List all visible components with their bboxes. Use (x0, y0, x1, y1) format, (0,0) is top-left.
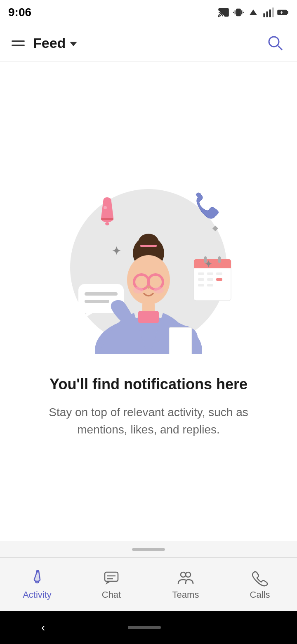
status-time: 9:06 (8, 6, 31, 19)
svg-point-53 (186, 572, 191, 577)
chevron-down-icon (70, 42, 77, 46)
svg-marker-2 (250, 9, 257, 15)
activity-nav-label: Activity (23, 590, 52, 600)
svg-rect-4 (266, 12, 268, 17)
hamburger-menu-icon[interactable] (12, 40, 25, 46)
svg-rect-29 (207, 284, 213, 286)
svg-line-11 (278, 46, 282, 50)
svg-rect-28 (198, 284, 204, 286)
svg-rect-18 (85, 300, 109, 303)
svg-rect-8 (287, 11, 288, 14)
notification-subtext: Stay on top of relevant activity, such a… (41, 404, 256, 438)
svg-rect-31 (218, 256, 221, 263)
main-content: ✦ ✦ ◆ You'll find notifications here Sta… (0, 62, 297, 541)
header-left: Feed (12, 35, 77, 51)
illustration: ✦ ✦ ◆ (58, 173, 239, 354)
teams-icon (177, 569, 195, 587)
svg-point-48 (36, 570, 38, 572)
teams-nav-label: Teams (172, 590, 199, 600)
svg-rect-49 (105, 572, 118, 581)
svg-point-15 (104, 206, 107, 209)
svg-rect-5 (269, 9, 271, 17)
nav-item-chat[interactable]: Chat (87, 569, 136, 600)
svg-rect-24 (216, 272, 222, 275)
svg-rect-25 (198, 278, 204, 281)
svg-text:✦: ✦ (204, 258, 213, 270)
svg-point-52 (181, 572, 186, 577)
cast-icon (218, 7, 229, 18)
calls-nav-label: Calls (250, 590, 270, 600)
nav-item-activity[interactable]: Activity (12, 569, 62, 600)
page-title: Feed (33, 35, 66, 51)
notification-heading: You'll find notifications here (50, 375, 248, 394)
status-right-icons (218, 7, 289, 18)
search-icon (266, 33, 284, 52)
wifi-icon (248, 7, 259, 18)
android-back-button[interactable]: ‹ (41, 621, 45, 634)
activity-bell-icon (28, 569, 46, 587)
svg-rect-44 (169, 327, 192, 354)
svg-rect-26 (207, 278, 213, 281)
android-navigation-bar: ‹ (0, 611, 297, 644)
svg-rect-27 (216, 278, 222, 281)
chat-nav-label: Chat (102, 590, 121, 600)
svg-rect-1 (236, 9, 240, 16)
search-button[interactable] (264, 32, 285, 54)
svg-rect-23 (207, 272, 213, 275)
bottom-sheet-handle (132, 548, 165, 551)
calls-icon (251, 569, 269, 587)
svg-rect-13 (105, 222, 109, 225)
vibrate-icon (233, 7, 244, 18)
chat-icon (102, 569, 120, 587)
svg-point-39 (133, 287, 143, 294)
svg-point-40 (154, 287, 164, 294)
svg-rect-22 (198, 272, 204, 275)
status-bar: 9:06 (0, 0, 297, 25)
svg-rect-3 (263, 13, 265, 17)
battery-icon (277, 7, 289, 18)
svg-rect-43 (138, 311, 159, 323)
svg-rect-6 (272, 7, 274, 17)
svg-point-10 (269, 37, 279, 47)
svg-point-0 (218, 16, 219, 17)
svg-rect-17 (85, 292, 118, 296)
svg-text:◆: ◆ (212, 224, 218, 232)
header: Feed (0, 25, 297, 62)
bottom-handle-area (0, 541, 297, 557)
cellular-icon (262, 7, 274, 18)
svg-text:✦: ✦ (111, 244, 122, 258)
svg-rect-14 (101, 218, 113, 220)
feed-title-dropdown[interactable]: Feed (33, 35, 77, 51)
nav-item-teams[interactable]: Teams (161, 569, 210, 600)
svg-point-33 (138, 234, 159, 252)
android-recents-button[interactable] (243, 621, 256, 634)
svg-rect-34 (140, 245, 157, 247)
nav-item-calls[interactable]: Calls (235, 569, 285, 600)
android-home-button[interactable] (128, 626, 161, 629)
bottom-navigation: Activity Chat Teams Calls (0, 557, 297, 611)
